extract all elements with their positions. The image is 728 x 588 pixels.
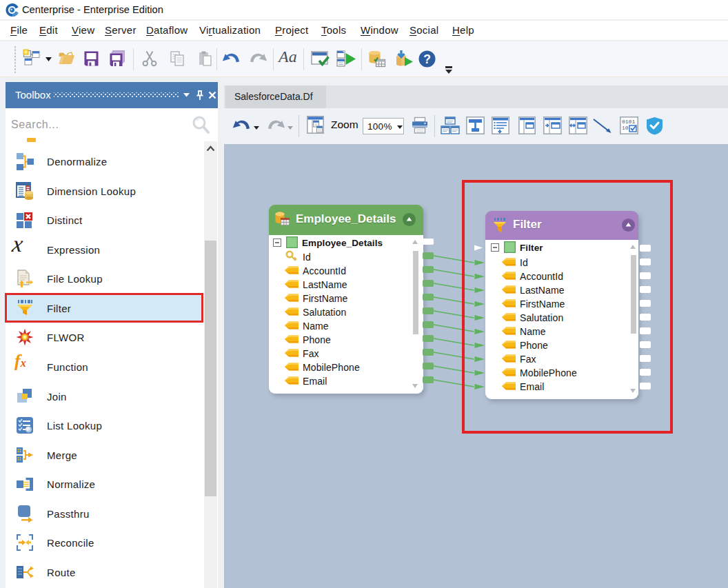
svg-text:0101: 0101 — [622, 119, 635, 125]
svg-text:?: ? — [423, 52, 431, 66]
svg-text:10: 10 — [622, 125, 629, 131]
